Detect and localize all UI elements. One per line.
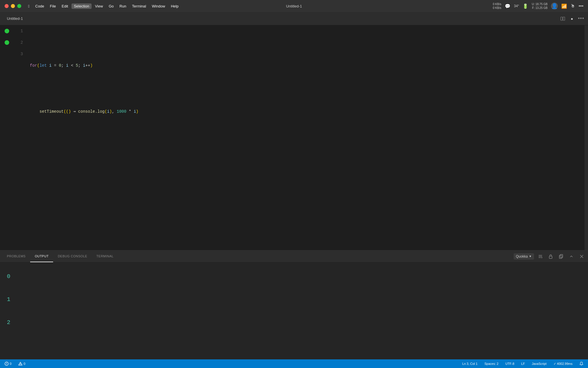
statusbar: 0 0 Ln 3, Col 1 Spaces: 2 UTF-8 [0,359,588,368]
token-space2 [71,106,73,117]
menu-help[interactable]: Help [169,3,181,9]
encoding-status[interactable]: UTF-8 [504,362,515,365]
menu-go[interactable]: Go [107,3,116,9]
notification-icon[interactable] [578,362,585,366]
svg-rect-1 [563,17,565,20]
breakpoint-2[interactable] [5,40,9,45]
errors-status[interactable]: 0 [3,362,13,366]
token-console-log: console.log [78,106,105,117]
line-ending-status[interactable]: LF [520,362,526,365]
tab-title: Untitled-1 [7,16,23,21]
code-lines[interactable]: for(let i = 0; i < 5; i++) setTimeout(()… [25,25,588,250]
tab-actions: ● ••• [559,15,585,22]
line-numbers: 1 2 3 [14,25,25,250]
position-label: Ln 3, Col 1 [462,362,477,365]
error-count: 0 [10,362,11,365]
indentation-status[interactable]: Spaces: 2 [483,362,500,365]
scroll-up-icon[interactable] [567,252,575,260]
menu-terminal[interactable]: Terminal [130,3,148,9]
code-editor[interactable]: 1 2 3 for(let i = 0; i < 5; i++) setTime… [0,25,588,250]
menu-bar:  Code File Edit Selection View Go Run T… [26,3,181,9]
token-paren4-close: ) [109,106,112,117]
editor-scrollbar[interactable] [585,25,588,250]
titlebar:  Code File Edit Selection View Go Run T… [0,0,588,12]
maximize-button[interactable] [17,4,21,8]
warnings-status[interactable]: 0 [17,362,26,366]
bell-icon [579,362,583,366]
panel-tabs-bar: PROBLEMS OUTPUT DEBUG CONSOLE TERMINAL Q… [0,250,588,262]
breakpoint-1[interactable] [5,29,9,33]
storage-free: F: 13.25 GB [532,6,548,10]
output-line-0: 0 [7,265,581,288]
menu-view[interactable]: View [93,3,105,9]
more-icon[interactable]: ••• [579,3,583,9]
output-value-2: 2 [7,319,10,326]
line-number-2: 2 [14,37,25,48]
gutter-line-1[interactable] [0,25,14,37]
split-editor-button[interactable] [559,15,566,22]
language-label: JavaScript [532,362,546,365]
token-1000: 1000 [117,106,127,117]
tab-debug-console[interactable]: DEBUG CONSOLE [53,250,92,262]
line-number-3: 3 [14,48,25,60]
svg-rect-7 [559,255,562,258]
token-i5: i [134,106,136,117]
spaces-label: Spaces: 2 [484,362,498,365]
token-eq-space: = [52,60,59,71]
editor-tab-untitled[interactable]: Untitled-1 [3,12,26,25]
menu-run[interactable]: Run [117,3,129,9]
statusbar-right: Ln 3, Col 1 Spaces: 2 UTF-8 LF JavaScrip… [461,362,585,366]
user-icon: 👤 [551,3,558,9]
close-button[interactable] [5,4,9,8]
menu-selection[interactable]: Selection [71,3,91,9]
wrap-icon[interactable] [536,252,544,260]
token-mul: * [126,106,134,117]
output-source-label: Quokka [516,254,528,258]
menu-edit[interactable]: Edit [59,3,70,9]
menu-apple[interactable]:  [26,3,32,9]
token-empty [30,152,32,163]
lock-icon[interactable] [547,252,555,260]
token-0: 0 [59,60,61,71]
token-lt: < [69,60,76,71]
timing-status[interactable]: ✓ 4002.99ms [552,362,574,366]
token-paren2-open: ( [64,106,66,117]
token-paren2-close: ) [136,106,138,117]
more-actions-button[interactable]: ••• [578,15,585,22]
token-space3 [76,106,78,117]
tab-problems[interactable]: PROBLEMS [2,250,30,262]
token-i2: i [66,60,68,71]
svg-point-12 [6,364,7,365]
language-mode-status[interactable]: JavaScript [531,362,548,365]
token-i3: i [83,60,85,71]
tab-terminal[interactable]: TERMINAL [92,250,118,262]
traffic-lights [5,4,21,8]
menu-code[interactable]: Code [33,3,47,9]
panel-tabs-left: PROBLEMS OUTPUT DEBUG CONSOLE TERMINAL [2,250,118,262]
close-panel-button[interactable] [578,252,586,260]
gutter-line-2[interactable] [0,37,14,48]
token-paren-close: ) [90,60,92,71]
menu-file[interactable]: File [48,3,58,9]
token-semi2: ; [78,60,83,71]
output-value-0: 0 [7,273,10,280]
network-down: 0 KB/s [493,6,501,10]
temperature-stat: 34° [514,4,519,8]
cursor-position[interactable]: Ln 3, Col 1 [461,362,479,365]
token-indent [30,106,40,117]
token-i4: i [107,106,109,117]
panel-output: 0 1 2 [0,262,588,359]
menu-window[interactable]: Window [150,3,167,9]
tab-output[interactable]: OUTPUT [30,250,53,262]
code-line-3 [30,152,583,163]
token-comma: , [112,106,117,117]
editor-tabs-bar: Untitled-1 ● ••• [0,12,588,25]
minimize-button[interactable] [11,4,15,8]
storage-used: U: 18.75 GB [532,2,548,6]
copy-icon[interactable] [557,252,565,260]
code-line-2: setTimeout(() ⇒ console.log(i), 1000 * i… [30,106,583,117]
output-line-1: 1 [7,288,581,311]
output-source-select[interactable]: Quokka ▼ [514,253,534,260]
battery-icon: 🔋 [523,3,528,9]
wechat-icon: 💬 [505,3,510,9]
